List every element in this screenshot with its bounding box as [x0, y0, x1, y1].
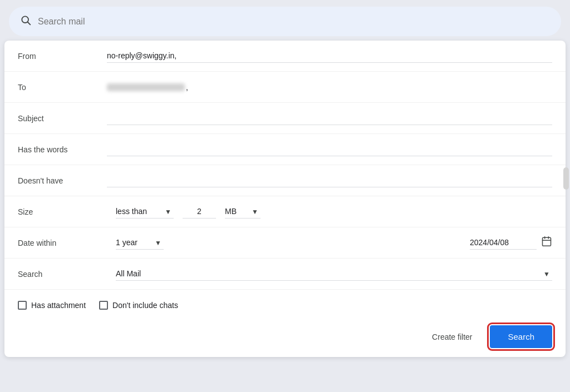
has-words-input[interactable] — [107, 142, 552, 156]
checkboxes-row: Has attachment Don't include chats — [4, 290, 566, 321]
to-comma: , — [186, 83, 188, 92]
search-panel: From To , Subject Has the words Doesn't … — [4, 41, 566, 357]
from-label: From — [18, 52, 107, 61]
svg-rect-2 — [543, 237, 551, 246]
size-number-input[interactable] — [183, 205, 216, 219]
to-row: To , — [4, 72, 566, 103]
dont-include-chats-label: Don't include chats — [112, 301, 178, 310]
has-words-label: Has the words — [18, 145, 107, 154]
subject-label: Subject — [18, 114, 107, 123]
size-comparison-select[interactable]: less than greater than — [116, 205, 174, 219]
from-input[interactable] — [107, 49, 552, 63]
folder-select-wrapper: All Mail Inbox Sent Mail Drafts ▼ — [116, 267, 552, 281]
svg-line-1 — [28, 22, 31, 25]
search-button[interactable]: Search — [490, 325, 552, 348]
page-wrapper: From To , Subject Has the words Doesn't … — [0, 0, 570, 392]
date-range-wrapper: 1 day 3 days 1 week 2 weeks 1 month 2 mo… — [116, 236, 164, 250]
date-row: Date within 1 day 3 days 1 week 2 weeks … — [4, 227, 566, 259]
search-icon — [20, 14, 31, 28]
search-folder-label: Search — [18, 270, 107, 279]
has-attachment-label: Has attachment — [31, 301, 86, 310]
search-folder-row: Search All Mail Inbox Sent Mail Drafts ▼ — [4, 259, 566, 290]
has-attachment-checkbox[interactable] — [18, 301, 27, 310]
size-label: Size — [18, 207, 107, 216]
buttons-row: Create filter Search — [4, 321, 566, 350]
calendar-icon[interactable] — [541, 236, 552, 250]
doesnt-have-input[interactable] — [107, 173, 552, 187]
subject-row: Subject — [4, 103, 566, 134]
to-label: To — [18, 83, 107, 92]
side-handle — [563, 167, 569, 190]
folder-select[interactable]: All Mail Inbox Sent Mail Drafts — [116, 267, 552, 281]
doesnt-have-label: Doesn't have — [18, 176, 107, 185]
has-words-row: Has the words — [4, 134, 566, 165]
date-input[interactable] — [470, 236, 537, 250]
from-row: From — [4, 41, 566, 72]
to-blurred-value — [107, 83, 185, 91]
size-row: Size less than greater than ▼ MB KB Byte… — [4, 196, 566, 227]
search-bar — [9, 7, 561, 36]
dont-include-chats-checkbox-wrapper[interactable]: Don't include chats — [99, 301, 178, 310]
size-unit-select[interactable]: MB KB Bytes — [225, 205, 261, 219]
date-input-wrapper — [470, 236, 552, 250]
doesnt-have-row: Doesn't have — [4, 165, 566, 196]
search-input[interactable] — [38, 17, 550, 27]
create-filter-button[interactable]: Create filter — [423, 328, 481, 346]
has-attachment-checkbox-wrapper[interactable]: Has attachment — [18, 301, 86, 310]
date-label: Date within — [18, 239, 107, 247]
size-unit-wrapper: MB KB Bytes ▼ — [225, 205, 261, 219]
dont-include-chats-checkbox[interactable] — [99, 301, 108, 310]
date-range-select[interactable]: 1 day 3 days 1 week 2 weeks 1 month 2 mo… — [116, 236, 164, 250]
subject-input[interactable] — [107, 111, 552, 125]
size-comparison-wrapper: less than greater than ▼ — [116, 205, 174, 219]
